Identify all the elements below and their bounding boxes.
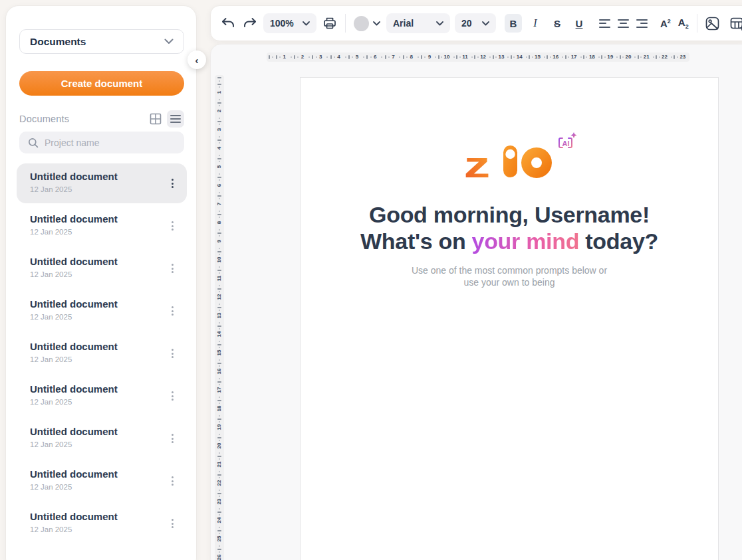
chevron-left-icon: ‹	[195, 54, 199, 66]
horizontal-ruler: 1234567891011121314151617181920212223	[267, 52, 689, 62]
align-center-icon[interactable]	[618, 19, 629, 28]
greeting-line1: Good morning, Username!	[301, 201, 718, 228]
kebab-menu-icon[interactable]	[167, 218, 178, 234]
underline-button[interactable]: U	[570, 14, 588, 33]
editor-workspace: 1234567891011121314151617181920212223 12…	[210, 44, 742, 560]
documents-section-header: Documents	[19, 110, 184, 128]
document-list-item[interactable]: Untitled document12 Jan 2025	[17, 419, 187, 458]
document-list: Untitled document12 Jan 2025Untitled doc…	[17, 163, 187, 543]
document-date: 12 Jan 2025	[30, 355, 178, 363]
kebab-menu-icon[interactable]	[167, 388, 178, 404]
kebab-menu-icon[interactable]	[167, 260, 178, 276]
list-view-icon[interactable]	[167, 110, 184, 128]
document-title: Untitled document	[30, 171, 178, 182]
search-input[interactable]	[45, 138, 176, 148]
document-list-item[interactable]: Untitled document12 Jan 2025	[17, 376, 187, 416]
align-right-icon[interactable]	[636, 19, 648, 28]
grid-view-icon[interactable]	[147, 110, 164, 128]
document-title: Untitled document	[30, 426, 178, 437]
search-icon	[28, 138, 39, 148]
search-box	[19, 132, 184, 153]
chevron-down-icon	[482, 21, 489, 26]
greeting-heading: Good morning, Username! What's on your m…	[301, 201, 718, 254]
chevron-down-icon	[373, 21, 380, 26]
document-title: Untitled document	[30, 511, 178, 522]
color-swatch-icon	[354, 16, 369, 31]
document-list-item[interactable]: Untitled document12 Jan 2025	[17, 461, 187, 501]
kebab-menu-icon[interactable]	[167, 515, 178, 531]
document-title: Untitled document	[30, 341, 178, 352]
chevron-down-icon	[303, 21, 310, 26]
superscript-button[interactable]: A2	[659, 18, 672, 29]
document-page[interactable]: z AI	[300, 77, 719, 560]
document-list-item[interactable]: Untitled document12 Jan 2025	[17, 504, 187, 543]
document-date: 12 Jan 2025	[30, 440, 178, 448]
insert-table-icon[interactable]	[729, 15, 742, 32]
align-left-icon[interactable]	[599, 19, 610, 28]
document-date: 12 Jan 2025	[30, 313, 178, 321]
sidebar: Documents Create document Documents	[5, 5, 197, 560]
greeting-subtitle: Use one of the most common prompts below…	[301, 265, 718, 288]
chevron-down-icon	[164, 39, 174, 45]
ai-badge: AI	[556, 132, 578, 155]
documents-section-label: Documents	[19, 114, 69, 124]
document-list-item[interactable]: Untitled document12 Jan 2025	[17, 291, 187, 331]
vertical-ruler: 1234567891011121314151617181920212223242…	[215, 75, 224, 560]
bold-button[interactable]: B	[505, 14, 522, 33]
document-title: Untitled document	[30, 256, 178, 267]
zio-logo: z AI	[465, 144, 554, 179]
document-title: Untitled document	[30, 213, 178, 225]
document-date: 12 Jan 2025	[30, 525, 178, 533]
redo-icon[interactable]	[241, 15, 259, 32]
kebab-menu-icon[interactable]	[167, 473, 178, 489]
document-date: 12 Jan 2025	[30, 398, 178, 406]
svg-text:z: z	[465, 144, 490, 179]
undo-icon[interactable]	[219, 15, 237, 32]
create-document-button[interactable]: Create document	[19, 71, 184, 96]
greeting-line2: What's on your mind today?	[301, 228, 718, 254]
zio-logo-mark: z	[465, 144, 554, 179]
chevron-down-icon	[436, 21, 443, 26]
kebab-menu-icon[interactable]	[167, 430, 178, 446]
sparkle-icon	[571, 132, 577, 138]
highlight-text: your mind	[472, 229, 580, 254]
font-family-select[interactable]: Arial	[386, 13, 450, 33]
font-size-value: 20	[461, 18, 472, 29]
workspace-select-value: Documents	[30, 36, 86, 48]
document-title: Untitled document	[30, 383, 178, 395]
document-title: Untitled document	[30, 468, 178, 480]
document-title: Untitled document	[30, 298, 178, 310]
document-date: 12 Jan 2025	[30, 228, 178, 236]
kebab-menu-icon[interactable]	[167, 175, 178, 191]
text-color-select[interactable]	[352, 16, 382, 31]
sidebar-collapse-button[interactable]: ‹	[187, 50, 206, 69]
workspace-select[interactable]: Documents	[19, 29, 184, 54]
font-size-select[interactable]: 20	[455, 13, 496, 33]
document-date: 12 Jan 2025	[30, 185, 178, 193]
document-list-item[interactable]: Untitled document12 Jan 2025	[17, 163, 187, 203]
print-icon[interactable]	[321, 15, 338, 32]
font-family-value: Arial	[393, 18, 414, 29]
italic-button[interactable]: I	[527, 14, 544, 33]
insert-image-icon[interactable]	[704, 15, 721, 32]
zoom-select[interactable]: 100%	[263, 13, 316, 33]
toolbar: 100% Arial 20 B I S U	[210, 5, 742, 41]
kebab-menu-icon[interactable]	[167, 303, 178, 319]
document-date: 12 Jan 2025	[30, 483, 178, 491]
subscript-button[interactable]: A2	[677, 17, 690, 30]
kebab-menu-icon[interactable]	[167, 345, 178, 361]
svg-text:AI: AI	[562, 140, 570, 147]
document-list-item[interactable]: Untitled document12 Jan 2025	[17, 333, 187, 373]
document-list-item[interactable]: Untitled document12 Jan 2025	[17, 206, 187, 246]
toolbar-divider	[697, 14, 697, 33]
toolbar-divider	[345, 14, 346, 33]
document-date: 12 Jan 2025	[30, 270, 178, 278]
zoom-value: 100%	[270, 18, 294, 29]
document-list-item[interactable]: Untitled document12 Jan 2025	[17, 248, 187, 288]
strikethrough-button[interactable]: S	[549, 14, 566, 33]
